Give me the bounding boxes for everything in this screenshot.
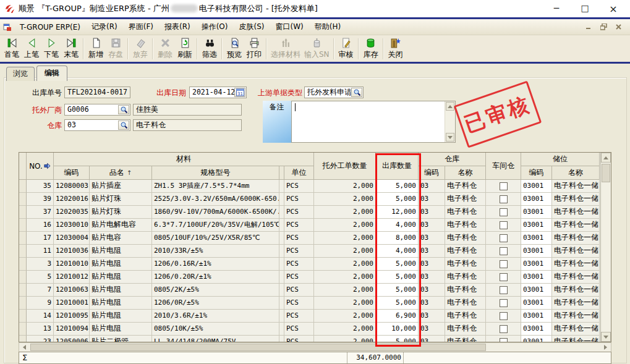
cell-wh-code[interactable]: 03 xyxy=(419,219,445,232)
col-header-no[interactable]: NO. xyxy=(27,153,54,180)
cell-unit[interactable]: PCS xyxy=(284,336,314,342)
cell-out-qty[interactable]: 6,900 xyxy=(376,310,419,323)
cell-no[interactable]: 9 xyxy=(27,297,54,310)
cell-wh-code[interactable]: 03 xyxy=(419,245,445,258)
cell-name[interactable]: 贴片电阻 xyxy=(90,323,152,336)
cell-wh-name[interactable]: 电子料仓 xyxy=(445,219,486,232)
cell-no[interactable]: 7 xyxy=(27,284,54,297)
table-row[interactable]: 11 12010036 贴片电阻 2010/33R/±5% PCS 2,000 … xyxy=(19,245,600,258)
lookup-button[interactable] xyxy=(118,121,129,130)
cell-wh-name[interactable]: 电子料仓 xyxy=(445,232,486,245)
workshop-checkbox[interactable] xyxy=(500,286,508,294)
cell-loc-name[interactable]: 电子料仓一储 xyxy=(552,258,600,271)
workshop-checkbox[interactable] xyxy=(500,195,508,203)
col-header-wh-name[interactable]: 名称 xyxy=(445,166,486,180)
close-form-button[interactable]: 关闭 xyxy=(386,36,406,61)
row-indicator[interactable] xyxy=(19,258,27,271)
cell-loc-code[interactable]: 03001 xyxy=(521,271,552,284)
table-row[interactable]: 37 12020035 贴片灯珠 1860/9V-10V/700mA/6000K… xyxy=(19,206,600,219)
cell-no[interactable]: 37 xyxy=(27,206,54,219)
col-header-code[interactable]: 编码 xyxy=(54,166,90,180)
cell-wh-name[interactable]: 电子料仓 xyxy=(445,310,486,323)
cell-name[interactable]: 贴片电阻 xyxy=(90,297,152,310)
cell-unit[interactable]: PCS xyxy=(284,310,314,323)
save-button[interactable]: 存盘 xyxy=(106,36,126,61)
row-indicator[interactable] xyxy=(19,245,27,258)
cell-narrow[interactable] xyxy=(279,310,284,323)
cell-order-qty[interactable]: 2,000 xyxy=(314,284,376,297)
cell-wh-name[interactable]: 电子料仓 xyxy=(445,297,486,310)
cell-narrow[interactable] xyxy=(279,271,284,284)
menu-item-records[interactable]: 记录(R) xyxy=(86,20,123,34)
cell-wh-code[interactable]: 03 xyxy=(419,310,445,323)
workshop-checkbox[interactable] xyxy=(500,312,508,320)
mdi-close-button[interactable] xyxy=(614,23,623,31)
cell-loc-name[interactable]: 电子料仓一储 xyxy=(552,323,600,336)
col-header-loc-name[interactable]: 名称 xyxy=(552,166,600,180)
tab-edit[interactable]: 编辑 xyxy=(36,66,67,81)
cell-code[interactable]: 12020035 xyxy=(54,206,90,219)
cell-code[interactable]: 12080003 xyxy=(54,180,90,193)
row-indicator[interactable] xyxy=(19,297,27,310)
row-indicator[interactable] xyxy=(19,271,27,284)
row-indicator[interactable] xyxy=(19,206,27,219)
input-sn-button[interactable]: 输入SN xyxy=(302,36,331,61)
calendar-button[interactable]: 31 xyxy=(234,88,245,97)
col-header-name[interactable]: 品名↑ xyxy=(90,166,152,180)
workshop-checkbox[interactable] xyxy=(500,208,508,216)
cell-narrow[interactable] xyxy=(279,193,284,206)
cell-code[interactable]: 12010001 xyxy=(54,297,90,310)
cell-order-qty[interactable]: 2,000 xyxy=(314,297,376,310)
horizontal-scrollbar[interactable] xyxy=(19,342,611,352)
cell-out-qty[interactable]: 10,000 xyxy=(376,323,419,336)
cell-spec[interactable]: 0805/10K/±5% xyxy=(152,323,279,336)
select-material-button[interactable]: 选择材料 xyxy=(269,36,302,61)
cell-wh-name[interactable]: 电子料仓 xyxy=(445,284,486,297)
table-row[interactable]: 23 12050006 贴片二极管 LL-34/4148/200MA/75V P… xyxy=(19,336,600,342)
cell-code[interactable]: 12030004 xyxy=(54,232,90,245)
col-header-loc-code[interactable]: 编码 xyxy=(521,166,552,180)
table-row[interactable]: 13 12010094 贴片电阻 0805/10K/±5% PCS 2,000 … xyxy=(19,323,600,336)
workshop-checkbox[interactable] xyxy=(500,273,508,281)
cell-order-qty[interactable]: 2,000 xyxy=(314,206,376,219)
menu-item-interface[interactable]: 界面(F) xyxy=(123,20,159,34)
scroll-thumb[interactable] xyxy=(602,164,610,182)
cell-wh-code[interactable]: 03 xyxy=(419,297,445,310)
cell-loc-code[interactable]: 03001 xyxy=(521,310,552,323)
cell-order-qty[interactable]: 2,000 xyxy=(314,193,376,206)
cell-narrow[interactable] xyxy=(279,258,284,271)
cell-name[interactable]: 贴片二极管 xyxy=(90,336,152,342)
workshop-checkbox[interactable] xyxy=(500,299,508,307)
cell-wh-code[interactable]: 03 xyxy=(419,323,445,336)
refresh-button[interactable]: 刷新 xyxy=(175,36,195,61)
last-record-button[interactable]: 末笔 xyxy=(61,36,81,61)
row-indicator[interactable] xyxy=(19,193,27,206)
next-record-button[interactable]: 下笔 xyxy=(41,36,61,61)
cell-wh-code[interactable]: 03 xyxy=(419,232,445,245)
cell-narrow[interactable] xyxy=(279,232,284,245)
cell-unit[interactable]: PCS xyxy=(284,193,314,206)
cell-wh-name[interactable]: 电子料仓 xyxy=(445,258,486,271)
cell-narrow[interactable] xyxy=(279,284,284,297)
cell-unit[interactable]: PCS xyxy=(284,258,314,271)
workshop-checkbox[interactable] xyxy=(500,234,508,242)
cell-unit[interactable]: PCS xyxy=(284,219,314,232)
cell-narrow[interactable] xyxy=(279,297,284,310)
cell-spec[interactable]: 1206/0R/±5% xyxy=(152,297,279,310)
row-indicator[interactable] xyxy=(19,232,27,245)
cell-spec[interactable]: 1860/9V-10V/700mA/6000K-6500K/... xyxy=(152,206,279,219)
cell-no[interactable]: 13 xyxy=(27,323,54,336)
menu-item-window[interactable]: 窗口(W) xyxy=(270,20,309,34)
cell-order-qty[interactable]: 2,000 xyxy=(314,271,376,284)
cell-spec[interactable]: LL-34/4148/200MA/75V xyxy=(152,336,279,342)
table-row[interactable]: 7 12010063 贴片电阻 0805/2K/±5% PCS 2,000 5,… xyxy=(19,284,600,297)
cell-wh-code[interactable]: 03 xyxy=(419,193,445,206)
cell-loc-code[interactable]: 03001 xyxy=(521,180,552,193)
mdi-minimize-button[interactable] xyxy=(584,23,594,31)
workshop-checkbox[interactable] xyxy=(500,221,508,229)
row-indicator[interactable] xyxy=(19,180,27,193)
cell-no[interactable]: 14 xyxy=(27,310,54,323)
cell-name[interactable]: 贴片电阻 xyxy=(90,258,152,271)
cell-no[interactable]: 3 xyxy=(27,258,54,271)
scroll-down-button[interactable] xyxy=(446,133,454,142)
